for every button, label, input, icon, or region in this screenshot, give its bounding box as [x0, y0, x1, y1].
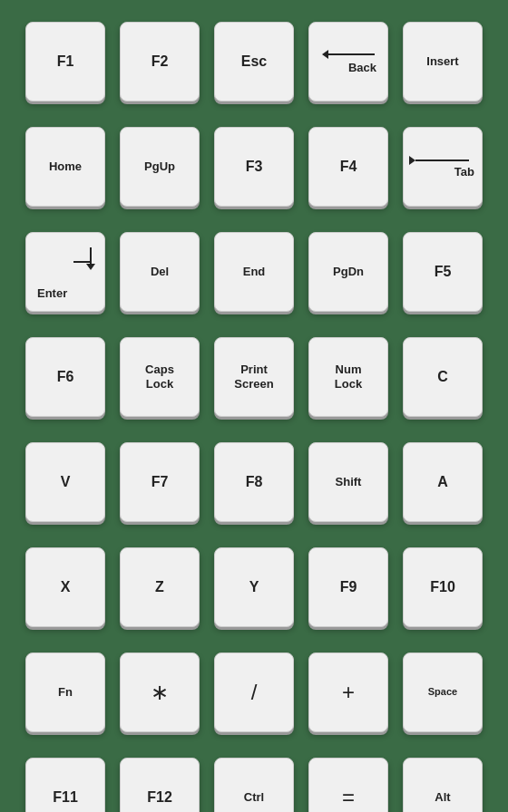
key-f3-label: F3 [246, 158, 263, 175]
key-f12[interactable]: F12 [120, 758, 200, 812]
key-f1[interactable]: F1 [25, 22, 105, 102]
key-a-label: A [437, 473, 448, 490]
key-back-label: Back [348, 61, 376, 74]
key-plus-label: + [342, 680, 355, 706]
key-esc-label: Esc [241, 53, 267, 70]
key-f4-label: F4 [340, 158, 357, 175]
key-ctrl[interactable]: Ctrl [214, 758, 294, 812]
key-esc[interactable]: Esc [214, 22, 294, 102]
key-insert[interactable]: Insert [403, 22, 483, 102]
key-alt-label: Alt [435, 790, 450, 805]
key-f6-label: F6 [57, 368, 74, 385]
key-pgdn[interactable]: PgDn [308, 232, 388, 312]
key-f8-label: F8 [246, 473, 263, 490]
key-v-label: V [61, 473, 71, 490]
key-f7[interactable]: F7 [120, 442, 200, 522]
key-slash[interactable]: / [214, 652, 294, 732]
key-f5-label: F5 [435, 263, 452, 280]
key-f3[interactable]: F3 [214, 127, 294, 207]
key-f10-label: F10 [430, 578, 455, 595]
key-tab[interactable]: Tab [403, 127, 483, 207]
key-num[interactable]: NumLock [308, 337, 388, 417]
key-f12-label: F12 [147, 788, 172, 806]
key-fn-label: Fn [58, 685, 73, 700]
key-z-label: Z [155, 578, 164, 595]
key-f2-label: F2 [151, 53, 169, 70]
key-f5[interactable]: F5 [403, 232, 483, 312]
key-shift-label: Shift [336, 475, 362, 489]
key-equals-label: = [342, 785, 355, 811]
key-enter[interactable]: Enter [25, 232, 105, 312]
key-f10[interactable]: F10 [403, 547, 483, 627]
key-f2[interactable]: F2 [120, 22, 200, 102]
key-y[interactable]: Y [214, 547, 294, 627]
key-print-label: PrintScreen [234, 362, 273, 391]
key-num-label: NumLock [335, 362, 362, 391]
key-a[interactable]: A [403, 442, 483, 522]
key-asterisk[interactable]: ∗ [120, 652, 200, 732]
key-pgdn-label: PgDn [333, 265, 364, 279]
key-end-label: End [243, 265, 266, 279]
key-f4[interactable]: F4 [308, 127, 388, 207]
key-alt[interactable]: Alt [403, 758, 483, 812]
key-end[interactable]: End [214, 232, 294, 312]
key-pgup[interactable]: PgUp [120, 127, 200, 207]
key-f8[interactable]: F8 [214, 442, 294, 522]
key-enter-label: Enter [37, 286, 67, 300]
key-pgup-label: PgUp [144, 160, 175, 174]
key-space-label: Space [428, 686, 457, 698]
key-f1-label: F1 [57, 53, 74, 70]
key-c-label: C [437, 368, 448, 385]
key-c[interactable]: C [403, 337, 483, 417]
key-del[interactable]: Del [120, 232, 200, 312]
key-f6[interactable]: F6 [25, 337, 105, 417]
key-tab-label: Tab [454, 165, 474, 179]
key-back[interactable]: Back [308, 22, 388, 102]
key-print[interactable]: PrintScreen [214, 337, 294, 417]
key-home[interactable]: Home [25, 127, 105, 207]
key-fn[interactable]: Fn [25, 652, 105, 732]
key-equals[interactable]: = [308, 758, 388, 812]
key-caps-label: CapsLock [145, 362, 174, 391]
key-ctrl-label: Ctrl [244, 790, 264, 805]
key-x[interactable]: X [25, 547, 105, 627]
key-z[interactable]: Z [120, 547, 200, 627]
key-insert-label: Insert [426, 54, 458, 69]
keyboard-grid: F1F2Esc Back InsertHomePgUpF3F4 [4, 0, 504, 812]
key-shift[interactable]: Shift [308, 442, 388, 522]
key-slash-label: / [251, 680, 258, 706]
key-f7-label: F7 [151, 473, 169, 490]
key-home-label: Home [49, 160, 82, 174]
key-y-label: Y [249, 578, 259, 595]
key-del-label: Del [151, 265, 169, 279]
key-space[interactable]: Space [403, 652, 483, 732]
key-f11[interactable]: F11 [25, 758, 105, 812]
key-plus[interactable]: + [308, 652, 388, 732]
key-caps[interactable]: CapsLock [120, 337, 200, 417]
key-v[interactable]: V [25, 442, 105, 522]
key-f9-label: F9 [340, 578, 357, 595]
key-f11-label: F11 [53, 788, 78, 806]
key-x-label: X [61, 578, 71, 595]
key-asterisk-label: ∗ [151, 680, 169, 706]
key-f9[interactable]: F9 [308, 547, 388, 627]
